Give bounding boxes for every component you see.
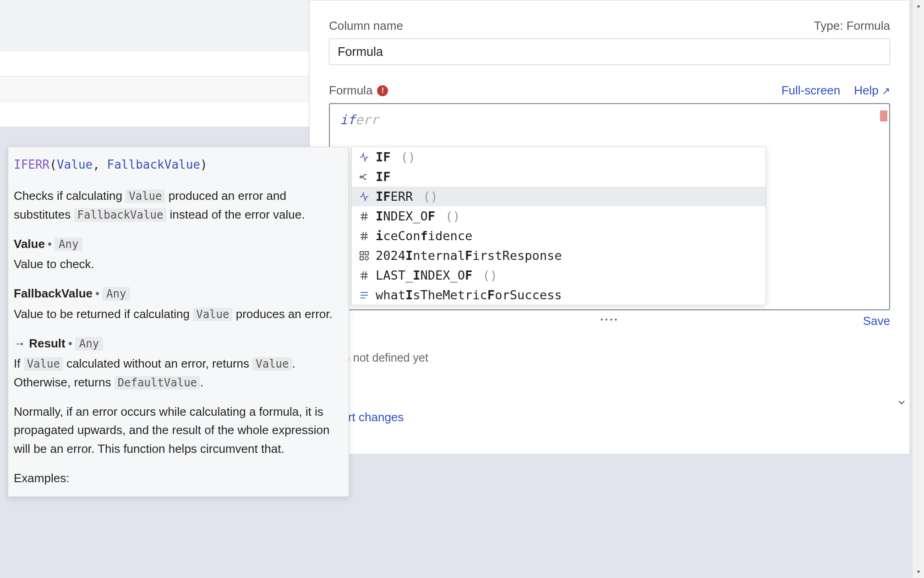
- autocomplete-item[interactable]: whatIsTheMetricForSuccess: [352, 285, 765, 305]
- autocomplete-label: INDEX_OF: [376, 209, 435, 223]
- resize-handle[interactable]: ••••: [600, 317, 619, 323]
- svg-point-0: [360, 176, 362, 178]
- autocomplete-item[interactable]: IF (): [352, 147, 765, 167]
- autocomplete-parens: (): [401, 150, 416, 164]
- svg-rect-9: [360, 252, 363, 255]
- scrollbar[interactable]: [912, 0, 924, 578]
- autocomplete-label: IFERR: [376, 189, 413, 204]
- function-tooltip: IFERR(Value, FallbackValue) Checks if ca…: [8, 147, 349, 497]
- param-description: Value to be returned if calculating Valu…: [14, 305, 343, 323]
- hash-icon: [358, 270, 370, 281]
- param-row: Value•Any: [14, 235, 343, 253]
- formula-typed-text: if: [340, 112, 355, 127]
- svg-line-4: [365, 212, 366, 220]
- autocomplete-item[interactable]: 2024InternalFirstResponse: [352, 246, 765, 265]
- autocomplete-item[interactable]: iceConfidence: [352, 226, 765, 246]
- function-note: Normally, if an error occurs while calcu…: [14, 402, 343, 458]
- svg-point-12: [365, 257, 368, 260]
- hash-icon: [358, 211, 370, 222]
- error-marker: [880, 110, 887, 121]
- variables-text: bles not defined yet: [329, 351, 890, 364]
- result-description: If Value calculated without an error, re…: [14, 354, 343, 391]
- fullscreen-button[interactable]: Full-screen: [782, 83, 841, 98]
- chevron-down-icon[interactable]: [896, 397, 907, 408]
- save-button[interactable]: Save: [863, 314, 890, 328]
- autocomplete-label: 2024InternalFirstResponse: [376, 248, 562, 263]
- column-name-input[interactable]: [329, 39, 890, 65]
- function-description: Checks if calculating Value produced an …: [14, 187, 343, 224]
- autocomplete-parens: (): [445, 209, 460, 223]
- hash-icon: [358, 231, 370, 242]
- function-icon: [358, 152, 370, 163]
- autocomplete-item[interactable]: IFERR (): [352, 187, 765, 206]
- svg-marker-20: [917, 5, 920, 7]
- svg-line-8: [365, 232, 366, 240]
- revert-changes-button[interactable]: evert changes: [329, 410, 890, 424]
- autocomplete-item[interactable]: IF: [352, 167, 765, 187]
- help-button[interactable]: Help ↗: [854, 83, 890, 98]
- svg-line-7: [362, 232, 363, 240]
- svg-rect-10: [365, 252, 368, 255]
- autocomplete-label: LAST_INDEX_OF: [376, 268, 472, 282]
- error-icon: !: [377, 85, 388, 96]
- svg-line-16: [365, 271, 366, 280]
- scroll-up-arrow[interactable]: [913, 0, 924, 12]
- help-label: Help: [854, 83, 878, 97]
- column-name-label: Column name: [329, 19, 403, 33]
- autocomplete-label: whatIsTheMetricForSuccess: [376, 288, 562, 302]
- formula-hint-text: err: [355, 112, 379, 127]
- column-type-label: Type: Formula: [814, 19, 890, 33]
- svg-marker-21: [917, 571, 920, 573]
- result-row: → Result•Any: [14, 334, 343, 352]
- autocomplete-parens: (): [423, 189, 438, 204]
- param-description: Value to check.: [14, 255, 343, 273]
- autocomplete-item[interactable]: LAST_INDEX_OF (): [352, 265, 765, 285]
- svg-line-15: [362, 271, 363, 280]
- autocomplete-label: iceConfidence: [376, 229, 472, 243]
- external-link-icon: ↗: [882, 85, 890, 97]
- autocomplete-parens: (): [482, 268, 498, 282]
- autocomplete-label: IF: [376, 170, 391, 184]
- autocomplete-item[interactable]: INDEX_OF (): [352, 206, 765, 226]
- function-signature: IFERR(Value, FallbackValue): [14, 155, 343, 174]
- formula-label: Formula: [329, 83, 372, 98]
- function-icon: [358, 191, 370, 202]
- param-row: FallbackValue•Any: [14, 284, 343, 303]
- autocomplete-label: IF: [376, 150, 391, 164]
- examples-label: Examples:: [14, 469, 343, 487]
- svg-line-3: [362, 212, 363, 220]
- branch-icon: [358, 171, 370, 182]
- svg-rect-11: [360, 257, 363, 260]
- scroll-down-arrow[interactable]: [913, 566, 924, 578]
- grid-icon: [358, 250, 370, 261]
- lines-icon: [358, 290, 370, 301]
- autocomplete-dropdown: IF () IF IFERR () INDEX_OF () iceConfide…: [351, 147, 766, 305]
